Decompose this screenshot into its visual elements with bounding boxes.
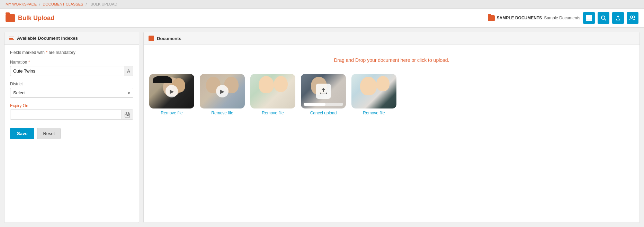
narration-group: Narration * A bbox=[10, 60, 133, 76]
narration-input-wrapper: A bbox=[10, 66, 133, 76]
face-3a bbox=[259, 76, 274, 93]
progress-bar-4 bbox=[304, 103, 343, 106]
cancel-upload-4[interactable]: Cancel upload bbox=[310, 111, 337, 115]
upload-button[interactable] bbox=[612, 12, 624, 24]
remove-file-2[interactable]: Remove file bbox=[211, 111, 233, 115]
form-buttons: Save Reset bbox=[10, 128, 133, 139]
play-icon-1: ▶ bbox=[166, 85, 178, 97]
svg-rect-11 bbox=[128, 115, 129, 116]
grid-view-button[interactable] bbox=[583, 12, 595, 24]
district-select-wrapper: Select ▾ bbox=[10, 88, 133, 98]
face-5a bbox=[360, 77, 377, 95]
calendar-button[interactable] bbox=[122, 110, 133, 119]
svg-point-4 bbox=[633, 16, 635, 18]
page-header: Bulk Upload SAMPLE DOCUMENTS Sample Docu… bbox=[0, 9, 644, 28]
upload-progress-icon bbox=[319, 88, 328, 95]
left-panel: Available Document Indexes Fields marked… bbox=[4, 32, 139, 223]
left-panel-body: Fields marked with * are mandatory Narra… bbox=[5, 45, 139, 145]
district-select[interactable]: Select bbox=[10, 88, 133, 97]
breadcrumb-sep1: / bbox=[39, 2, 40, 6]
thumbnail-item-5: Remove file bbox=[351, 74, 396, 115]
docs-icon bbox=[149, 36, 154, 41]
expiry-input[interactable] bbox=[10, 110, 122, 119]
expiry-label: Expiry On bbox=[10, 103, 133, 108]
sample-docs-bold: SAMPLE DOCUMENTS bbox=[497, 16, 542, 20]
search-button[interactable] bbox=[598, 12, 609, 24]
svg-point-0 bbox=[601, 16, 605, 19]
breadcrumb-workspace[interactable]: MY WORKSPACE bbox=[6, 2, 37, 6]
thumbnails-container: ▶ Remove file ▶ Remove file bbox=[149, 71, 634, 118]
overlay-2: ▶ bbox=[200, 74, 245, 108]
remove-file-1[interactable]: Remove file bbox=[161, 111, 182, 115]
thumbnail-item-2: ▶ Remove file bbox=[200, 74, 245, 115]
left-panel-title: Available Document Indexes bbox=[17, 36, 78, 41]
breadcrumb: MY WORKSPACE / DOCUMENT CLASSES / BULK U… bbox=[0, 0, 644, 9]
right-panel-header: Documents bbox=[144, 32, 639, 45]
narration-label: Narration * bbox=[10, 60, 133, 65]
page-title: Bulk Upload bbox=[18, 15, 54, 22]
svg-rect-10 bbox=[127, 115, 128, 116]
calendar-icon bbox=[125, 112, 130, 117]
expiry-group: Expiry On bbox=[10, 103, 133, 120]
thumbnail-item-4: Cancel upload bbox=[301, 74, 346, 115]
font-addon: A bbox=[124, 66, 133, 76]
thumbnail-image-4 bbox=[301, 74, 346, 108]
sample-docs-sub: Sample Documents bbox=[544, 16, 580, 20]
sample-docs-label: SAMPLE DOCUMENTS Sample Documents bbox=[488, 15, 580, 21]
page-title-area: Bulk Upload bbox=[6, 14, 54, 22]
list-icon bbox=[9, 37, 14, 40]
right-panel-title: Documents bbox=[157, 36, 181, 41]
thumbnail-image-3 bbox=[250, 74, 295, 108]
grid-icon bbox=[586, 15, 592, 21]
main-content: Available Document Indexes Fields marked… bbox=[0, 28, 644, 227]
play-icon-2: ▶ bbox=[216, 85, 229, 97]
folder-icon bbox=[6, 14, 15, 22]
district-label: District bbox=[10, 82, 133, 86]
face-3b bbox=[274, 76, 288, 92]
thumbnail-image-2: ▶ bbox=[200, 74, 245, 108]
breadcrumb-current: BULK UPLOAD bbox=[91, 2, 117, 6]
overlay-1: ▶ bbox=[149, 74, 194, 108]
thumbnail-image-5 bbox=[351, 74, 396, 108]
face-5b bbox=[376, 76, 390, 91]
svg-line-1 bbox=[605, 19, 606, 20]
svg-rect-9 bbox=[126, 115, 126, 116]
progress-fill-4 bbox=[304, 103, 325, 106]
upload-icon bbox=[615, 15, 621, 21]
thumbnail-item-1: ▶ Remove file bbox=[149, 74, 194, 115]
district-group: District Select ▾ bbox=[10, 82, 133, 98]
upload-overlay-4 bbox=[316, 84, 331, 99]
mandatory-asterisk: * bbox=[46, 50, 47, 55]
breadcrumb-sep2: / bbox=[86, 2, 87, 6]
users-button[interactable] bbox=[627, 12, 638, 24]
mandatory-note: Fields marked with * are mandatory bbox=[10, 50, 133, 55]
thumbnail-item-3: Remove file bbox=[250, 74, 295, 115]
narration-input[interactable] bbox=[10, 66, 124, 76]
right-panel: Documents Drag and Drop your document he… bbox=[143, 32, 640, 223]
reset-button[interactable]: Reset bbox=[37, 128, 61, 139]
search-icon bbox=[601, 15, 606, 21]
remove-file-3[interactable]: Remove file bbox=[262, 111, 284, 115]
svg-point-3 bbox=[630, 16, 633, 18]
thumbnail-image-1: ▶ bbox=[149, 74, 194, 108]
left-panel-header: Available Document Indexes bbox=[5, 32, 139, 45]
save-button[interactable]: Save bbox=[10, 128, 34, 139]
header-right: SAMPLE DOCUMENTS Sample Documents bbox=[488, 12, 638, 24]
expiry-input-wrapper bbox=[10, 110, 133, 120]
remove-file-5[interactable]: Remove file bbox=[363, 111, 385, 115]
users-icon bbox=[629, 15, 636, 21]
drop-zone-text[interactable]: Drag and Drop your document here or clic… bbox=[149, 57, 634, 63]
docs-body: Drag and Drop your document here or clic… bbox=[144, 45, 639, 124]
sample-folder-icon bbox=[488, 15, 495, 21]
breadcrumb-doc-classes[interactable]: DOCUMENT CLASSES bbox=[43, 2, 83, 6]
